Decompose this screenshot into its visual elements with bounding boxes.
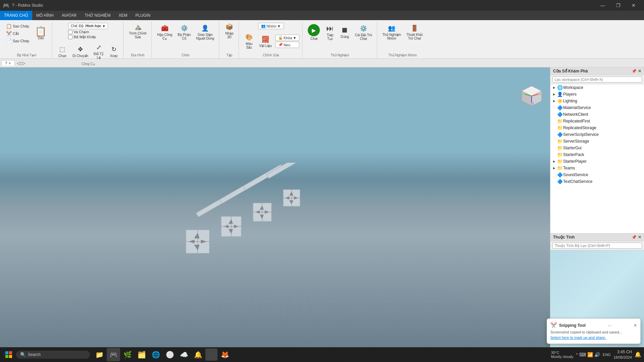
expand-workspace[interactable]: ▶ <box>552 86 556 89</box>
dan-button[interactable]: 📋 Dán <box>33 26 49 41</box>
explorer-filter-input[interactable] <box>552 76 642 83</box>
bo-phan-cu-button[interactable]: ⚙️ Bộ PhậnCũ <box>176 23 193 42</box>
notification-close-button[interactable]: ✕ <box>634 323 637 328</box>
properties-filter-input[interactable] <box>552 243 642 249</box>
dung-button[interactable]: ⏹ Dừng <box>338 25 351 40</box>
tree-item-replicatedfirst[interactable]: ▶ 📁 ReplicatedFirst <box>550 118 644 124</box>
serverstorage-label: ServerStorage <box>563 139 589 144</box>
expand-lighting[interactable]: ▶ <box>552 99 556 103</box>
menu-item-xem[interactable]: XEM <box>114 11 131 20</box>
tree-item-startergui[interactable]: ▶ 📁 StarterGui <box>550 145 644 151</box>
hop-cong-cu-button[interactable]: 🧰 Hộp CôngCụ <box>155 23 174 42</box>
taskbar-app-file-explorer[interactable]: 📁 <box>93 348 106 361</box>
copy-icon: 📋 <box>6 23 12 29</box>
taskbar-search-box[interactable]: 🔍 Search <box>16 351 90 359</box>
tree-item-serverscriptservice[interactable]: ▶ 🔷 ServerScriptService <box>550 131 644 138</box>
tiep-tuc-button[interactable]: ⏭ TiếpTục <box>323 23 337 42</box>
cai-dat-tro-choi-button[interactable]: ⚙️ Cài Đặt TròChơi <box>353 23 374 42</box>
notifications-icon[interactable]: 🔔 <box>635 351 641 358</box>
explorer-pin-button[interactable]: 📌 <box>632 69 637 73</box>
thu-nghiem-nhom-button[interactable]: 👥 Thử NghiệmNhóm <box>381 23 403 42</box>
doi-ty-le-button[interactable]: ⤢ Đổi TỷLệ <box>92 42 106 61</box>
viewport[interactable]: X Y Z <box>0 67 550 347</box>
khoa-group-button[interactable]: 🔒 Khóa ▼ <box>275 35 300 41</box>
mode-dropdown[interactable]: Chế Độ: Hình học ▼ <box>68 23 108 29</box>
properties-close-button[interactable]: ✕ <box>638 235 641 240</box>
tree-item-replicatedstorage[interactable]: ▶ 📁 ReplicatedStorage <box>550 124 644 131</box>
minimize-button[interactable]: — <box>595 0 610 11</box>
tree-item-lighting[interactable]: ▶ ☀️ Lighting <box>550 98 644 104</box>
menu-item-trang-chu[interactable]: TRANG CHỦ <box>0 11 32 20</box>
volume-icon[interactable]: 🔊 <box>594 352 600 357</box>
system-tray[interactable]: ^ ⌨ 📶 🔊 <box>576 352 600 357</box>
nhap-3d-button[interactable]: 📦 Nhập3D <box>222 21 236 40</box>
tab-untitled[interactable]: ? ✕ <box>1 60 15 66</box>
wifi-icon[interactable]: 📶 <box>587 352 593 357</box>
restore-button[interactable]: ❐ <box>610 0 626 11</box>
menu-item-mo-hinh[interactable]: MÔ HÌNH <box>32 11 58 20</box>
expand-teams[interactable]: ▶ <box>552 166 556 170</box>
tray-chevron[interactable]: ^ <box>576 352 578 357</box>
taskbar-app-roblox[interactable]: 🎮 <box>107 348 120 361</box>
vat-lieu-button[interactable]: 🧱 Vật Liệu <box>257 34 274 49</box>
properties-pin-button[interactable]: 📌 <box>632 235 637 240</box>
explorer-header: Cửa Sổ Khám Phá 📌 ✕ <box>550 67 644 75</box>
taskbar-app-firefox[interactable]: 🦊 <box>218 348 232 361</box>
neo-group-button[interactable]: 📌 Neo <box>275 42 300 48</box>
taskbar-app-chrome[interactable]: ⚪ <box>163 348 177 361</box>
tree-item-starterpack[interactable]: ▶ 📁 StarterPack <box>550 151 644 158</box>
giao-dien-button[interactable]: 👤 Giao DiệnNgười Dùng <box>194 23 216 42</box>
notification-action[interactable]: Select here to mark up and share. <box>550 335 606 340</box>
taskbar-app-green[interactable]: 🌿 <box>121 348 134 361</box>
tree-item-serverstorage[interactable]: ▶ 📁 ServerStorage <box>550 138 644 145</box>
tree-item-starterplayer[interactable]: ▶ 📁 StarterPlayer <box>550 158 644 165</box>
trinh-chinh-sua-button[interactable]: ⛰️ Trình ChỉnhSửa <box>127 21 149 40</box>
taskbar-app-cloud[interactable]: ☁️ <box>177 348 191 361</box>
tree-item-players[interactable]: ▶ 👤 Players <box>550 91 644 98</box>
menu-item-thu-nghiem[interactable]: THỬ NGHIỆM <box>81 11 114 20</box>
notification-more-button[interactable]: ··· <box>608 323 612 328</box>
close-button[interactable]: ✕ <box>626 0 641 11</box>
cat-button[interactable]: ✂️ Cắt <box>4 30 31 37</box>
va-cham-checkbox[interactable]: Va Chạm <box>68 30 108 34</box>
replicatedstorage-label: ReplicatedStorage <box>563 125 596 130</box>
expand-starterplayer[interactable]: ▶ <box>552 160 556 163</box>
start-button[interactable] <box>3 349 15 361</box>
explorer-title: Cửa Sổ Khám Phá <box>553 69 588 73</box>
tree-item-teams[interactable]: ▶ 📁 Teams <box>550 165 644 171</box>
di-chuyen-button[interactable]: ✥ Di Chuyển <box>70 44 90 59</box>
nav-cube[interactable]: X Y Z <box>520 84 543 108</box>
tree-item-materialservice[interactable]: ▶ 🔷 MaterialService <box>550 104 644 111</box>
nhom-group-button[interactable]: 👥 Nhóm ▼ <box>258 23 284 29</box>
chon-button[interactable]: ⬚ Chọn <box>56 44 69 59</box>
be-mat-khop-checkbox[interactable]: Bề Mặt Khớp <box>68 35 108 39</box>
tree-item-workspace[interactable]: ▶ 🌐 Workspace <box>550 84 644 91</box>
lang-indicator[interactable]: ENG <box>603 353 611 357</box>
snipping-tool-notification[interactable]: ✂️ Snipping Tool ··· ✕ Screenshot copied… <box>547 318 641 344</box>
tab-controls2[interactable]: ▷ <box>22 60 26 66</box>
tab-controls[interactable]: ◁ <box>17 60 20 66</box>
tree-item-networkclient[interactable]: ▶ 🔷 NetworkClient <box>550 111 644 118</box>
tree-item-textchatservice[interactable]: ▶ 🔷 TextChatService <box>550 178 644 185</box>
mau-sac-button[interactable]: 🎨 MàuSắc <box>242 32 256 51</box>
thoat-khoi-button[interactable]: 🚪 Thoát KhỏiTrò Chơi <box>404 23 425 42</box>
teams-icon: 📁 <box>557 165 562 171</box>
taskbar-clock[interactable]: 3:45 CH 18/08/2024 <box>613 350 632 360</box>
explorer-close-button[interactable]: ✕ <box>638 69 641 73</box>
tab-close-button[interactable]: ✕ <box>8 61 11 65</box>
taskbar-app-folder[interactable]: 🗂️ <box>135 348 148 361</box>
taskbar-app-edge[interactable]: 🌐 <box>149 348 162 361</box>
xoay-button[interactable]: ↻ Xoay <box>107 44 120 59</box>
sao-chep2-button[interactable]: 📄 Sao Chép <box>4 38 31 44</box>
menu-item-avatar[interactable]: AVATAR <box>58 11 81 20</box>
toolbar-section-test-group: 👥 Thử NghiệmNhóm 🚪 Thoát KhỏiTrò Chơi Th… <box>378 21 428 58</box>
expand-players[interactable]: ▶ <box>552 93 556 96</box>
tree-item-soundservice[interactable]: ▶ 🔷 SoundService <box>550 171 644 178</box>
svg-text:Z: Z <box>532 102 534 105</box>
taskbar-app-dark[interactable] <box>205 349 217 361</box>
sao-chep-button[interactable]: 📋 Sao Chép <box>4 23 31 30</box>
choi-button[interactable]: ▶ Chơi <box>306 23 322 42</box>
menu-item-plugin[interactable]: PLUGIN <box>131 11 154 20</box>
taskbar-app-notify[interactable]: 🔔 <box>191 348 205 361</box>
keyboard-icon: ⌨ <box>579 352 586 357</box>
